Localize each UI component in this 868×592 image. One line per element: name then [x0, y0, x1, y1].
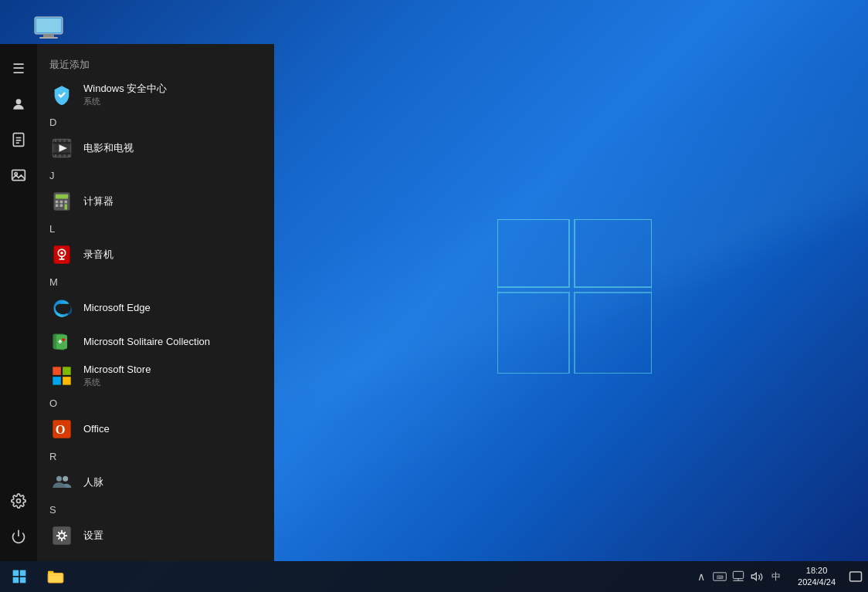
taskbar: ∧ ⌨ — [0, 561, 868, 592]
svg-rect-31 — [55, 154, 56, 157]
desktop: 此电脑 ☰ — [0, 0, 868, 592]
app-item-settings[interactable]: 设置 — [37, 519, 274, 553]
office-text: Office — [83, 423, 110, 436]
network-icon[interactable] — [731, 570, 745, 584]
sidebar-document[interactable] — [0, 123, 37, 157]
settings-name: 设置 — [83, 529, 103, 543]
app-item-movies-tv[interactable]: 电影和电视 — [37, 131, 274, 165]
start-menu-main: 最近添加 Windows 安全中心 系统 D — [37, 44, 274, 561]
svg-rect-12 — [43, 34, 54, 37]
svg-text:♥: ♥ — [62, 337, 66, 343]
section-letter-s: S — [37, 499, 274, 519]
movies-tv-icon — [49, 136, 74, 161]
recorder-text: 录音机 — [83, 249, 114, 262]
section-letter-m: M — [37, 272, 274, 291]
systray-chevron[interactable]: ∧ — [694, 570, 708, 584]
svg-rect-11 — [36, 19, 61, 32]
taskbar-clock[interactable]: 18:20 2024/4/24 — [790, 565, 843, 589]
sidebar-account[interactable] — [0, 87, 37, 121]
svg-rect-44 — [54, 245, 70, 263]
app-item-store[interactable]: Microsoft Store 系统 — [37, 359, 274, 393]
svg-point-14 — [16, 99, 22, 104]
app-item-recorder[interactable]: 录音机 — [37, 238, 274, 272]
store-text: Microsoft Store 系统 — [83, 364, 151, 388]
section-letter-o: O — [37, 393, 274, 412]
svg-rect-67 — [20, 577, 26, 584]
svg-rect-26 — [53, 153, 70, 154]
edge-icon — [49, 296, 74, 320]
store-icon — [49, 364, 74, 388]
section-letter-j: J — [37, 165, 274, 184]
settings-text: 设置 — [83, 529, 103, 543]
svg-rect-62 — [53, 526, 70, 544]
sidebar-settings[interactable] — [0, 484, 37, 518]
svg-rect-25 — [53, 142, 70, 144]
svg-rect-55 — [63, 367, 71, 375]
svg-rect-71 — [48, 571, 53, 573]
app-item-solitaire[interactable]: ♠ ♥ Microsoft Solitaire Collection — [37, 325, 274, 359]
svg-rect-57 — [63, 377, 71, 385]
taskbar-input-indicator: ⌨ — [713, 570, 727, 584]
recorder-icon — [49, 242, 74, 267]
people-name: 人脉 — [83, 476, 103, 489]
svg-rect-13 — [39, 37, 58, 39]
clock-date: 2024/4/24 — [798, 577, 836, 588]
svg-rect-19 — [12, 170, 25, 180]
svg-rect-32 — [59, 154, 61, 157]
solitaire-name: Microsoft Solitaire Collection — [83, 336, 210, 349]
edge-text: Microsoft Edge — [83, 302, 151, 315]
svg-marker-77 — [751, 573, 756, 580]
volume-icon[interactable] — [750, 570, 764, 584]
windows-security-text: Windows 安全中心 系统 — [83, 83, 167, 107]
svg-text:⌨: ⌨ — [717, 575, 724, 580]
section-letter-l: L — [37, 218, 274, 238]
svg-rect-30 — [68, 139, 70, 142]
svg-point-60 — [56, 476, 62, 482]
app-item-windows-security[interactable]: Windows 安全中心 系统 — [37, 78, 274, 112]
section-letter-r: R — [37, 446, 274, 465]
svg-rect-40 — [65, 201, 68, 204]
store-subtitle: 系统 — [83, 377, 151, 388]
app-item-office[interactable]: O Office — [37, 412, 274, 446]
start-menu-header: 最近添加 — [37, 53, 274, 78]
recorder-name: 录音机 — [83, 249, 114, 262]
this-pc-image — [33, 15, 64, 40]
sidebar-picture[interactable] — [0, 158, 37, 192]
systray: ∧ ⌨ — [688, 570, 790, 584]
taskbar-right: ∧ ⌨ — [688, 561, 868, 592]
svg-rect-54 — [53, 367, 61, 375]
svg-rect-28 — [59, 139, 61, 142]
app-item-edge[interactable]: Microsoft Edge — [37, 291, 274, 325]
svg-marker-3 — [575, 293, 652, 374]
svg-rect-78 — [850, 572, 862, 581]
office-name: Office — [83, 423, 110, 436]
settings-app-icon — [49, 523, 74, 548]
sidebar-power[interactable] — [0, 519, 37, 553]
movies-tv-text: 电影和电视 — [83, 142, 134, 155]
svg-rect-56 — [53, 377, 61, 385]
notification-center-button[interactable] — [843, 561, 868, 592]
sidebar-bottom — [0, 484, 37, 561]
windows-security-subtitle: 系统 — [83, 96, 167, 107]
file-explorer-button[interactable] — [39, 561, 73, 592]
app-item-people[interactable]: 人脉 — [37, 465, 274, 499]
office-icon: O — [49, 417, 74, 441]
svg-point-46 — [60, 252, 63, 255]
calculator-icon — [49, 189, 74, 214]
section-letter-d: D — [37, 112, 274, 131]
solitaire-text: Microsoft Solitaire Collection — [83, 336, 210, 349]
clock-time: 18:20 — [806, 565, 828, 577]
people-text: 人脉 — [83, 476, 103, 489]
svg-rect-29 — [63, 139, 65, 142]
svg-marker-2 — [497, 293, 569, 374]
windows-security-name: Windows 安全中心 — [83, 83, 167, 96]
start-button[interactable] — [0, 561, 39, 592]
people-icon — [49, 470, 74, 495]
svg-marker-0 — [497, 219, 569, 287]
svg-rect-39 — [60, 201, 63, 204]
hamburger-button[interactable]: ☰ — [0, 52, 37, 86]
keyboard-indicator[interactable]: 中 — [768, 570, 784, 584]
svg-rect-65 — [20, 570, 26, 577]
calculator-name: 计算器 — [83, 195, 114, 208]
app-item-calculator[interactable]: 计算器 — [37, 184, 274, 218]
